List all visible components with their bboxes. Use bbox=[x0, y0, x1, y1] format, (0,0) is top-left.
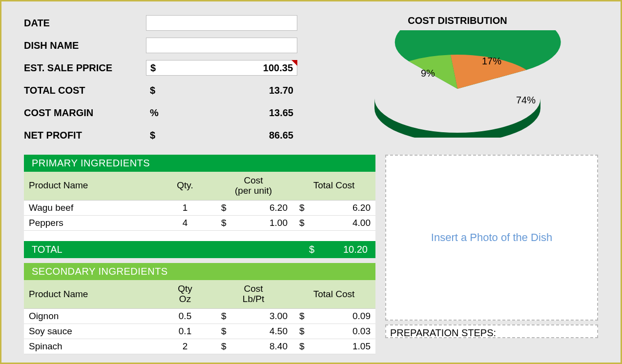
col-cost: Cost Lb/Pt bbox=[214, 280, 292, 308]
cur: $ bbox=[219, 311, 227, 322]
cell-qty: 1 bbox=[156, 200, 214, 215]
input-date[interactable] bbox=[146, 15, 297, 31]
table-row[interactable]: Oignon 0.5 $3.00 $0.09 bbox=[24, 309, 375, 324]
table-row[interactable]: Wagu beef 1 $6.20 $6.20 bbox=[24, 200, 375, 215]
cell-name: Oignon bbox=[24, 309, 156, 324]
table-row[interactable]: Spinach 2 $8.40 $1.05 bbox=[24, 339, 375, 354]
col-qty: Qty. bbox=[156, 172, 214, 200]
cur: $ bbox=[219, 326, 227, 337]
profit-prefix: $ bbox=[150, 130, 155, 141]
cell-name: Peppers bbox=[24, 215, 156, 230]
cell-qty: 4 bbox=[156, 215, 214, 230]
margin-prefix: % bbox=[150, 107, 159, 119]
label-profit: NET PROFIT bbox=[24, 130, 146, 141]
prep-steps-box[interactable]: PREPARATION STEPS: bbox=[385, 324, 598, 338]
cell-profit: $ 86.65 bbox=[146, 130, 297, 141]
profit-value: 86.65 bbox=[155, 130, 293, 141]
amt: 1.00 bbox=[270, 218, 288, 228]
cell-name: Spinach bbox=[24, 339, 156, 354]
amt: 0.03 bbox=[352, 326, 371, 337]
secondary-columns-row: Product Name Qty Oz Cost Lb/Pt Total Cos… bbox=[24, 280, 375, 308]
cur: $ bbox=[219, 341, 227, 352]
pie-label-17: 17% bbox=[482, 56, 501, 66]
table-row[interactable]: Peppers 4 $1.00 $4.00 bbox=[24, 215, 375, 230]
page-frame: DATE DISH NAME EST. SALE PPRICE $ 100.35 bbox=[0, 0, 622, 364]
summary-row-margin: COST MARGIN % 13.65 bbox=[24, 105, 297, 121]
cur: $ bbox=[219, 202, 227, 213]
label-margin: COST MARGIN bbox=[24, 107, 146, 119]
label-price: EST. SALE PPRICE bbox=[24, 62, 146, 74]
amt: 1.05 bbox=[352, 341, 371, 352]
primary-columns-row: Product Name Qty. Cost (per unit) Total … bbox=[24, 172, 375, 200]
col-name: Product Name bbox=[24, 280, 156, 308]
cur: $ bbox=[297, 311, 305, 322]
table-row[interactable]: Soy sauce 0.1 $4.50 $0.03 bbox=[24, 324, 375, 339]
amt: 8.40 bbox=[270, 341, 288, 352]
secondary-header: SECONDARY INGREDIENTS bbox=[24, 263, 375, 280]
amt: 6.20 bbox=[352, 202, 371, 213]
primary-header: PRIMARY INGREDIENTS bbox=[24, 155, 375, 172]
col-total: Total Cost bbox=[292, 280, 375, 308]
chart-area: COST DISTRIBUTION bbox=[317, 15, 598, 150]
cur: $ bbox=[297, 202, 305, 213]
primary-table: Product Name Qty. Cost (per unit) Total … bbox=[24, 172, 375, 241]
total-cost-prefix: $ bbox=[150, 85, 155, 96]
total-val: 10.20 bbox=[324, 244, 368, 255]
col-total: Total Cost bbox=[292, 172, 375, 200]
amt: 6.20 bbox=[270, 202, 288, 213]
cur: $ bbox=[297, 326, 305, 337]
price-prefix: $ bbox=[150, 62, 156, 74]
spacer-row bbox=[24, 230, 375, 241]
cell-name: Soy sauce bbox=[24, 324, 156, 339]
cur: $ bbox=[297, 218, 305, 228]
amt: 3.00 bbox=[270, 311, 288, 322]
col-qty: Qty Oz bbox=[156, 280, 214, 308]
total-cost-value: 13.70 bbox=[155, 85, 293, 96]
cell-margin: % 13.65 bbox=[146, 107, 297, 119]
col-cost: Cost (per unit) bbox=[214, 172, 292, 200]
top-area: DATE DISH NAME EST. SALE PPRICE $ 100.35 bbox=[24, 15, 598, 150]
input-dish[interactable] bbox=[146, 38, 297, 53]
primary-total-row: TOTAL $ 10.20 bbox=[24, 241, 375, 258]
pie-label-74: 74% bbox=[516, 95, 536, 105]
summary-row-dish: DISH NAME bbox=[24, 38, 297, 53]
label-total-cost: TOTAL COST bbox=[24, 85, 146, 96]
amt: 4.50 bbox=[270, 326, 288, 337]
cell-total-cost: $ 13.70 bbox=[146, 85, 297, 96]
chart-title: COST DISTRIBUTION bbox=[317, 15, 598, 26]
tables-column: PRIMARY INGREDIENTS Product Name Qty. Co… bbox=[24, 155, 375, 354]
cur: $ bbox=[219, 218, 227, 228]
photo-placeholder[interactable]: Insert a Photo of the Dish bbox=[385, 155, 598, 321]
summary-panel: DATE DISH NAME EST. SALE PPRICE $ 100.35 bbox=[24, 15, 297, 150]
photo-placeholder-text: Insert a Photo of the Dish bbox=[431, 231, 552, 244]
summary-row-total-cost: TOTAL COST $ 13.70 bbox=[24, 82, 297, 98]
prep-steps-header: PREPARATION STEPS: bbox=[390, 327, 496, 338]
summary-row-date: DATE bbox=[24, 15, 297, 31]
bottom-area: PRIMARY INGREDIENTS Product Name Qty. Co… bbox=[24, 155, 598, 354]
comment-marker-icon bbox=[291, 60, 297, 66]
cur: $ bbox=[297, 341, 305, 352]
cell-qty: 0.5 bbox=[156, 309, 214, 324]
amt: 4.00 bbox=[352, 218, 371, 228]
label-date: DATE bbox=[24, 18, 146, 29]
input-price[interactable]: $ 100.35 bbox=[146, 60, 297, 76]
cell-name: Wagu beef bbox=[24, 200, 156, 215]
cell-qty: 0.1 bbox=[156, 324, 214, 339]
pie-label-9: 9% bbox=[421, 68, 435, 79]
pie-chart: 74% 17% 9% bbox=[345, 30, 570, 138]
side-column: Insert a Photo of the Dish PREPARATION S… bbox=[385, 155, 598, 354]
summary-row-profit: NET PROFIT $ 86.65 bbox=[24, 127, 297, 143]
price-value: 100.35 bbox=[156, 62, 293, 74]
secondary-table: Product Name Qty Oz Cost Lb/Pt Total Cos… bbox=[24, 280, 375, 354]
amt: 0.09 bbox=[352, 311, 371, 322]
total-label: TOTAL bbox=[32, 244, 309, 255]
cell-qty: 2 bbox=[156, 339, 214, 354]
summary-row-price: EST. SALE PPRICE $ 100.35 bbox=[24, 60, 297, 76]
margin-value: 13.65 bbox=[159, 107, 293, 119]
label-dish: DISH NAME bbox=[24, 40, 146, 51]
col-name: Product Name bbox=[24, 172, 156, 200]
total-cur: $ bbox=[309, 244, 324, 255]
